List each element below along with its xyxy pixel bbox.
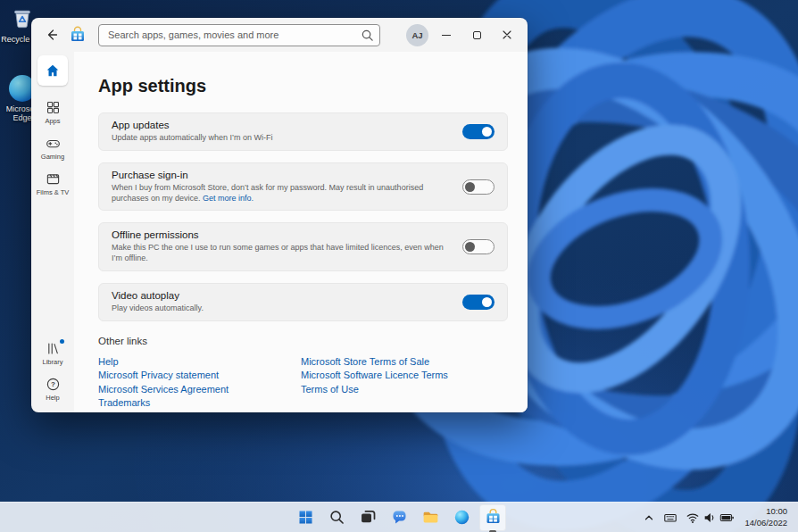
- app-settings-page: App settings App updates Update apps aut…: [74, 52, 528, 412]
- task-view-button[interactable]: [354, 504, 381, 531]
- taskbar-app-buttons: [292, 503, 506, 532]
- chat-button[interactable]: [386, 504, 412, 531]
- clock-date: 14/06/2022: [744, 518, 787, 528]
- setting-description: When I buy from Microsoft Store, don’t a…: [112, 183, 453, 204]
- other-links-column-2: Microsoft Store Terms of Sale Microsoft …: [301, 356, 503, 409]
- other-links-section: Other links Help Microsoft Privacy state…: [98, 336, 506, 409]
- account-avatar[interactable]: AJ: [406, 24, 428, 46]
- sidebar-item-label: Films & TV: [37, 188, 70, 196]
- search-icon[interactable]: [361, 29, 374, 42]
- link-terms-of-use[interactable]: Terms of Use: [301, 384, 503, 395]
- link-store-terms-of-sale[interactable]: Microsoft Store Terms of Sale: [301, 356, 503, 367]
- toggle-knob: [482, 127, 492, 137]
- sidebar-item-label: Library: [43, 358, 63, 366]
- setting-card-offline-permissions: Offline permissions Make this PC the one…: [98, 222, 508, 270]
- tray-expand-button[interactable]: [639, 504, 659, 531]
- setting-description: Make this PC the one I use to run some g…: [112, 243, 453, 263]
- library-notification-dot: [60, 339, 64, 344]
- app-updates-toggle[interactable]: [462, 124, 495, 139]
- folder-icon: [421, 508, 440, 527]
- other-links-column-1: Help Microsoft Privacy statement Microso…: [98, 356, 301, 409]
- search-icon: [328, 508, 346, 527]
- sidebar-item-films-tv[interactable]: Films & TV: [31, 171, 74, 196]
- clock-time: 10:00: [766, 506, 787, 517]
- setting-card-video-autoplay: Video autoplay Play videos automatically…: [98, 283, 508, 321]
- back-arrow-icon: [45, 28, 59, 42]
- store-button[interactable]: [479, 504, 506, 531]
- link-software-licence-terms[interactable]: Microsoft Software Licence Terms: [301, 370, 503, 380]
- setting-description: Update apps automatically when I’m on Wi…: [112, 133, 453, 144]
- store-app-icon: [69, 26, 87, 44]
- library-icon: [46, 341, 61, 356]
- home-icon: [45, 62, 61, 79]
- minimize-icon: [442, 35, 451, 36]
- chevron-up-icon: [643, 511, 655, 524]
- apps-icon: [46, 100, 61, 115]
- back-button[interactable]: [40, 23, 63, 46]
- gaming-icon: [46, 136, 61, 151]
- purchase-sign-in-toggle[interactable]: [462, 179, 495, 195]
- wifi-icon: [686, 511, 700, 525]
- sidebar-item-label: Apps: [45, 117, 60, 125]
- link-services-agreement[interactable]: Microsoft Services Agreement: [98, 384, 301, 395]
- start-button[interactable]: [292, 504, 319, 531]
- toggle-knob: [482, 297, 492, 307]
- sidebar-item-label: Gaming: [41, 153, 64, 161]
- sidebar-item-gaming[interactable]: Gaming: [31, 136, 74, 161]
- sidebar-item-home[interactable]: [37, 55, 68, 86]
- minimize-button[interactable]: [431, 18, 461, 52]
- svg-text:?: ?: [51, 380, 55, 388]
- store-icon: [484, 508, 503, 527]
- setting-card-purchase-sign-in: Purchase sign-in When I buy from Microso…: [98, 162, 508, 211]
- link-privacy-statement[interactable]: Microsoft Privacy statement: [98, 370, 301, 380]
- setting-title: Offline permissions: [112, 229, 453, 240]
- sidebar: Apps Gaming: [31, 52, 74, 412]
- setting-title: Video autoplay: [112, 290, 453, 301]
- chat-icon: [390, 508, 409, 527]
- search-box: [98, 24, 380, 46]
- setting-title: Purchase sign-in: [112, 170, 453, 180]
- toggle-knob: [465, 182, 475, 192]
- close-icon: [503, 30, 511, 39]
- sidebar-item-help[interactable]: ? Help: [31, 377, 74, 402]
- close-button[interactable]: [492, 18, 522, 52]
- sidebar-item-label: Help: [46, 394, 59, 402]
- file-explorer-button[interactable]: [417, 504, 444, 531]
- page-title: App settings: [98, 75, 506, 96]
- toggle-knob: [465, 242, 475, 252]
- setting-card-app-updates: App updates Update apps automatically wh…: [98, 112, 508, 151]
- other-links-title: Other links: [98, 336, 506, 346]
- sidebar-item-library[interactable]: Library: [31, 341, 74, 366]
- sidebar-item-apps[interactable]: Apps: [31, 100, 74, 125]
- keyboard-icon: [663, 511, 677, 525]
- taskbar-search-button[interactable]: [323, 504, 350, 531]
- clock[interactable]: 10:00 14/06/2022: [739, 506, 794, 528]
- offline-permissions-toggle[interactable]: [462, 239, 495, 254]
- network-volume-battery-button[interactable]: [682, 504, 738, 531]
- maximize-icon: [473, 31, 481, 39]
- windows-logo-icon: [296, 508, 315, 527]
- link-trademarks[interactable]: Trademarks: [98, 397, 301, 408]
- setting-title: App updates: [112, 120, 453, 130]
- films-tv-icon: [46, 171, 61, 187]
- window-controls: [431, 18, 522, 52]
- titlebar: AJ: [31, 18, 528, 52]
- system-tray: 10:00 14/06/2022: [639, 503, 794, 532]
- setting-description: Play videos automatically.: [112, 303, 453, 314]
- video-autoplay-toggle[interactable]: [462, 295, 495, 310]
- search-input[interactable]: [98, 24, 380, 46]
- taskbar: 10:00 14/06/2022: [0, 502, 798, 532]
- battery-icon: [719, 511, 735, 525]
- maximize-button[interactable]: [461, 18, 492, 52]
- get-more-info-link[interactable]: Get more info.: [203, 194, 254, 203]
- volume-icon: [702, 511, 717, 525]
- task-view-icon: [359, 508, 378, 527]
- touch-keyboard-button[interactable]: [660, 504, 681, 531]
- desktop: Recycle Bin Microsoft Edge: [0, 0, 798, 532]
- link-help[interactable]: Help: [98, 356, 301, 367]
- edge-button[interactable]: [448, 504, 475, 531]
- microsoft-store-window: AJ: [31, 18, 528, 412]
- help-icon: ?: [46, 377, 61, 392]
- edge-icon: [453, 508, 471, 527]
- setting-description-text: When I buy from Microsoft Store, don’t a…: [112, 183, 423, 203]
